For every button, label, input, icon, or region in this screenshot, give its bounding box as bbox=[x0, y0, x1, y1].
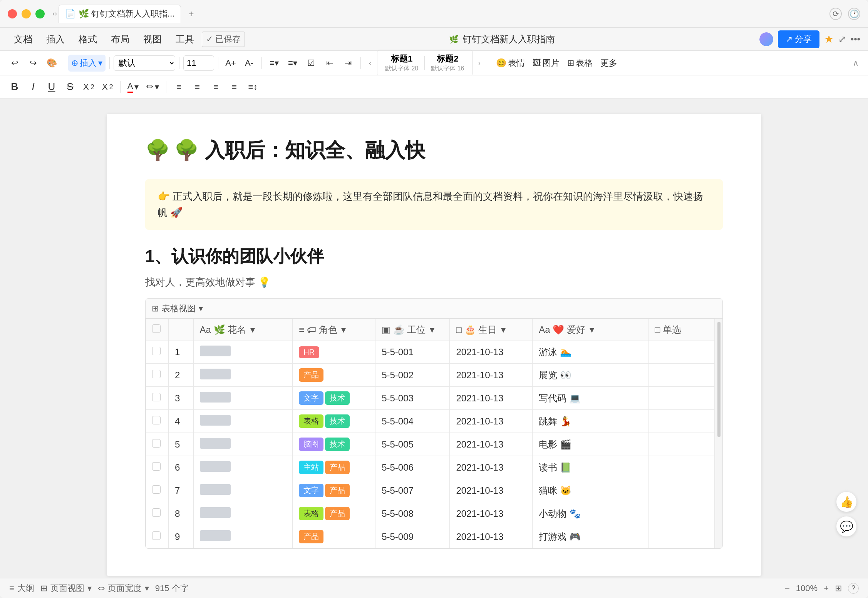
help-icon[interactable]: ? bbox=[848, 583, 859, 594]
page-width-button[interactable]: ⇔ 页面宽度 ▾ bbox=[98, 583, 149, 594]
subscript-button[interactable]: X2 bbox=[80, 79, 97, 95]
line-spacing-button[interactable]: ≡↕ bbox=[244, 79, 261, 95]
minimize-button[interactable] bbox=[22, 9, 31, 18]
bold-button[interactable]: B bbox=[6, 79, 23, 95]
insert-button[interactable]: ⊕ 插入 ▾ bbox=[68, 55, 106, 72]
toolbar-right: ∧ bbox=[850, 58, 862, 68]
emoji-button[interactable]: 😊 表情 bbox=[493, 55, 528, 72]
header-birthday[interactable]: □ 🎂 生日 ▾ bbox=[450, 319, 533, 341]
maximize-button[interactable] bbox=[35, 9, 45, 18]
row5-checkbox[interactable] bbox=[146, 433, 169, 456]
heading2-preset[interactable]: 标题2 默认字体 16 bbox=[426, 52, 469, 74]
new-tab-button[interactable]: + bbox=[184, 7, 198, 21]
menu-right: ↗ 分享 ★ ⤢ ••• bbox=[759, 30, 860, 48]
row9-checkbox[interactable] bbox=[146, 525, 169, 548]
user-avatar[interactable] bbox=[759, 32, 773, 46]
menu-tools[interactable]: 工具 bbox=[169, 30, 200, 48]
zoom-in-button[interactable]: + bbox=[824, 583, 829, 593]
indent-decrease-button[interactable]: ⇤ bbox=[321, 55, 338, 72]
italic-button[interactable]: I bbox=[25, 79, 42, 95]
header-name[interactable]: Aa 🌿 花名 ▾ bbox=[193, 319, 293, 341]
redo-button[interactable]: ↪ bbox=[25, 55, 42, 72]
highlight-chevron: ▾ bbox=[155, 82, 159, 92]
underline-button[interactable]: U bbox=[43, 79, 60, 95]
header-checkbox[interactable] bbox=[146, 319, 169, 341]
row2-checkbox[interactable] bbox=[146, 364, 169, 387]
ordered-list-button[interactable]: ≡▾ bbox=[284, 55, 301, 72]
header-select[interactable]: □ 单选 bbox=[648, 319, 715, 341]
sidebar-toggle[interactable]: ‹› bbox=[52, 10, 55, 18]
menu-insert[interactable]: 插入 bbox=[40, 30, 71, 48]
page-view-button[interactable]: ⊞ 页面视图 ▾ bbox=[40, 583, 92, 594]
menubar: 文档 插入 格式 布局 视图 工具 ✓ 已保存 🌿 钉钉文档新人入职指南 ↗ 分… bbox=[0, 28, 868, 51]
more-menu-button[interactable]: ••• bbox=[851, 34, 860, 45]
row8-checkbox[interactable] bbox=[146, 502, 169, 525]
font-selector[interactable]: 默认 bbox=[114, 55, 175, 71]
highlight-button[interactable]: ✏ ▾ bbox=[143, 79, 162, 95]
col-role-icon: ≡ 🏷 bbox=[299, 324, 318, 335]
heading-next-button[interactable]: › bbox=[474, 55, 485, 72]
layout-icon[interactable]: ⊞ bbox=[835, 583, 842, 593]
heading-prev-button[interactable]: ‹ bbox=[365, 55, 375, 72]
font-size-input[interactable] bbox=[183, 55, 214, 71]
active-tab[interactable]: 📄 🌿 钉钉文档新人入职指... bbox=[59, 5, 181, 23]
outline-button[interactable]: ≡ 大纲 bbox=[9, 583, 34, 594]
menu-layout[interactable]: 布局 bbox=[105, 30, 136, 48]
unordered-list-button[interactable]: ≡▾ bbox=[266, 55, 283, 72]
table-scrollbar[interactable] bbox=[715, 319, 722, 548]
row6-checkbox[interactable] bbox=[146, 456, 169, 479]
superscript-button[interactable]: X2 bbox=[99, 79, 116, 95]
strikethrough-button[interactable]: S bbox=[62, 79, 79, 95]
row4-checkbox[interactable] bbox=[146, 410, 169, 433]
font-color-button[interactable]: A ▾ bbox=[124, 79, 142, 95]
align-center-button[interactable]: ≡ bbox=[189, 79, 206, 95]
outline-icon: ≡ bbox=[9, 583, 14, 593]
more-tools-button[interactable]: 更多 bbox=[597, 55, 620, 72]
header-role[interactable]: ≡ 🏷 角色 ▾ bbox=[293, 319, 375, 341]
checklist-button[interactable]: ☑ bbox=[303, 55, 320, 72]
history-icon[interactable]: 🕐 bbox=[848, 8, 860, 20]
sync-icon[interactable]: ⟳ bbox=[829, 8, 842, 20]
content-area[interactable]: 🌳 🌳 入职后：知识全、融入快 👉 正式入职后，就是一段长期的修炼啦，这里有全部… bbox=[0, 99, 868, 578]
comment-float-button[interactable]: 💬 bbox=[836, 516, 856, 536]
align-right-button[interactable]: ≡ bbox=[207, 79, 224, 95]
header-workid[interactable]: ▣ ☕ 工位 ▾ bbox=[375, 319, 450, 341]
statusbar: ≡ 大纲 ⊞ 页面视图 ▾ ⇔ 页面宽度 ▾ 915 个字 − 100% + ⊞… bbox=[0, 578, 868, 598]
row6-birthday: 2021-10-13 bbox=[450, 456, 533, 479]
thumbsup-float-button[interactable]: 👍 bbox=[836, 492, 856, 512]
image-button[interactable]: 🖼 图片 bbox=[530, 55, 563, 72]
close-button[interactable] bbox=[8, 9, 17, 18]
row7-workid: 5-5-007 bbox=[375, 479, 450, 502]
separator2 bbox=[109, 57, 110, 69]
menu-format[interactable]: 格式 bbox=[72, 30, 103, 48]
toolbar-collapse-button[interactable]: ∧ bbox=[850, 58, 862, 68]
font-size-decrease-button[interactable]: A- bbox=[241, 55, 258, 72]
row6-workid: 5-5-006 bbox=[375, 456, 450, 479]
zoom-out-button[interactable]: − bbox=[785, 583, 790, 593]
indent-increase-button[interactable]: ⇥ bbox=[340, 55, 357, 72]
heading1-preset[interactable]: 标题1 默认字体 20 bbox=[380, 52, 423, 74]
menu-file[interactable]: 文档 bbox=[8, 30, 39, 48]
row8-select bbox=[648, 502, 715, 525]
saved-badge: ✓ 已保存 bbox=[202, 32, 245, 47]
row1-checkbox[interactable] bbox=[146, 341, 169, 364]
menu-view[interactable]: 视图 bbox=[137, 30, 168, 48]
align-left-button[interactable]: ≡ bbox=[170, 79, 187, 95]
col-birthday-label: 生日 bbox=[478, 324, 497, 335]
separator3 bbox=[179, 57, 179, 69]
col-birthday-chevron: ▾ bbox=[501, 324, 506, 335]
favorite-button[interactable]: ★ bbox=[824, 33, 834, 45]
share-button[interactable]: ↗ 分享 bbox=[778, 30, 819, 48]
row6-num: 6 bbox=[169, 456, 193, 479]
undo-button[interactable]: ↩ bbox=[6, 55, 23, 72]
align-justify-button[interactable]: ≡ bbox=[226, 79, 243, 95]
table-button[interactable]: ⊞ 表格 bbox=[564, 55, 596, 72]
header-hobby[interactable]: Aa ❤️ 爱好 ▾ bbox=[533, 319, 648, 341]
font-size-increase-button[interactable]: A+ bbox=[222, 55, 239, 72]
fullscreen-button[interactable]: ⤢ bbox=[838, 34, 846, 45]
row3-checkbox[interactable] bbox=[146, 387, 169, 410]
row7-checkbox[interactable] bbox=[146, 479, 169, 502]
titlebar: ‹› 📄 🌿 钉钉文档新人入职指... + ⟳ 🕐 bbox=[0, 0, 868, 28]
chevron-down-icon: ▾ bbox=[98, 58, 102, 68]
paint-format-button[interactable]: 🎨 bbox=[43, 55, 60, 72]
